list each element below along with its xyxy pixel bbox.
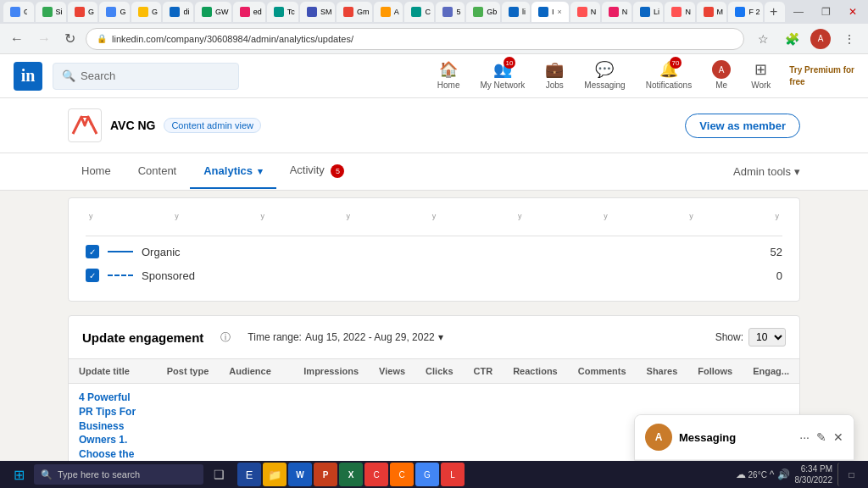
taskbar-clock: 6:34 PM 8/30/2022: [795, 463, 833, 485]
bookmark-icon[interactable]: ☆: [751, 27, 775, 51]
taskbar-explorer-icon[interactable]: 📁: [263, 463, 287, 486]
tab-gr1[interactable]: G: [68, 2, 98, 22]
minimize-button[interactable]: —: [787, 0, 810, 24]
nav-me[interactable]: A Me: [704, 54, 739, 98]
legend-organic-label: Organic: [142, 246, 181, 258]
nav-content-company[interactable]: Content: [125, 154, 191, 189]
company-logo: [68, 108, 102, 142]
nav-jobs[interactable]: 💼 Jobs: [537, 54, 572, 98]
nav-home-company[interactable]: Home: [68, 154, 125, 189]
taskbar-right-area: ☁ 26°C ^ 🔊 6:34 PM 8/30/2022 □: [736, 463, 861, 486]
taskbar-time-display: 6:34 PM: [795, 463, 833, 474]
chart-axis-label-6: y: [518, 212, 522, 229]
nav-me-label: Me: [715, 80, 727, 90]
tab-5[interactable]: 5: [436, 2, 465, 22]
show-control: Show: 10 25 50: [715, 328, 786, 347]
profile-avatar: A: [810, 29, 831, 49]
chart-axis-label-7: y: [604, 212, 608, 229]
taskbar-ppt-icon[interactable]: P: [314, 463, 337, 486]
chart-axis-label-5: y: [432, 212, 437, 229]
taskbar-edge-icon[interactable]: E: [237, 463, 261, 486]
nav-work[interactable]: ⊞ Work: [743, 54, 779, 98]
tab-am[interactable]: A: [374, 2, 403, 22]
chart-axis-label-8: y: [689, 212, 693, 229]
tab-g1[interactable]: G: [3, 2, 34, 22]
tab-in-active[interactable]: In×: [531, 2, 569, 22]
back-button[interactable]: ←: [7, 30, 27, 48]
show-select[interactable]: 10 25 50: [748, 328, 786, 347]
legend-sponsored-label: Sponsored: [142, 269, 195, 282]
linkedin-logo[interactable]: in: [14, 62, 42, 91]
tab-gm2[interactable]: M: [697, 2, 727, 22]
menu-icon[interactable]: ⋮: [837, 27, 861, 51]
tab-li1[interactable]: li: [502, 2, 530, 22]
nav-home-label: Home: [437, 80, 460, 90]
profile-icon[interactable]: A: [809, 27, 832, 51]
taskbar-app6-icon[interactable]: C: [390, 463, 414, 486]
nav-notifications-label: Notifications: [646, 80, 692, 90]
linkedin-nav: 🏠 Home 👥 10 My Network 💼 Jobs 💬 Messagin…: [429, 54, 854, 98]
tab-ig[interactable]: N: [602, 2, 632, 22]
refresh-button[interactable]: ↻: [61, 29, 79, 48]
tab-gd[interactable]: G: [131, 2, 162, 22]
checkbox-sponsored[interactable]: ✓: [86, 269, 99, 282]
taskbar-word-icon[interactable]: W: [288, 463, 312, 486]
tab-di[interactable]: di: [163, 2, 193, 22]
admin-tools-menu[interactable]: Admin tools ▾: [733, 165, 800, 178]
tab-gm[interactable]: Gm: [337, 2, 372, 22]
new-tab-button[interactable]: +: [765, 2, 785, 22]
address-bar[interactable]: 🔒 linkedin.com/company/30608984/admin/an…: [86, 28, 744, 50]
company-name: AVC NG: [110, 119, 155, 132]
tab-li2[interactable]: Li: [633, 2, 664, 22]
tab-gw[interactable]: GW: [195, 2, 231, 22]
tab-gb[interactable]: Gb: [466, 2, 500, 22]
engagement-info-icon[interactable]: ⓘ: [220, 330, 231, 345]
taskbar-chrome-icon[interactable]: G: [415, 463, 439, 486]
tab-gr2[interactable]: G: [99, 2, 130, 22]
restore-button[interactable]: ❐: [814, 0, 837, 24]
work-icon: ⊞: [754, 60, 767, 79]
nav-notifications[interactable]: 🔔 70 Notifications: [637, 54, 700, 98]
try-premium-link[interactable]: Try Premium for free: [789, 64, 854, 86]
time-range-value: Aug 15, 2022 - Aug 29, 2022: [305, 331, 435, 343]
forward-button[interactable]: →: [34, 30, 54, 48]
taskbar-search-box[interactable]: 🔍 Type here to search: [34, 464, 203, 485]
tab-tc[interactable]: Tc: [267, 2, 298, 22]
taskbar-app8-icon[interactable]: L: [441, 463, 465, 486]
taskbar-search-icon: 🔍: [41, 469, 53, 480]
linkedin-header: in 🔍 Search 🏠 Home 👥 10 My Network 💼 Job…: [0, 54, 868, 98]
task-view-button[interactable]: ❑: [207, 463, 231, 486]
extensions-icon[interactable]: 🧩: [780, 27, 804, 51]
nav-my-network[interactable]: 👥 10 My Network: [472, 54, 534, 98]
tab-fb[interactable]: F 2: [728, 2, 763, 22]
messaging-more-button[interactable]: ···: [799, 430, 810, 444]
tab-ctc[interactable]: C: [404, 2, 434, 22]
messaging-title: Messaging: [679, 431, 793, 444]
search-bar[interactable]: 🔍 Search: [53, 63, 239, 90]
company-info: AVC NG Content admin view: [68, 108, 261, 142]
tab-ed[interactable]: ed: [233, 2, 265, 22]
close-button[interactable]: ✕: [841, 0, 865, 24]
show-desktop-button[interactable]: □: [837, 463, 861, 486]
checkbox-organic[interactable]: ✓: [86, 245, 99, 258]
view-as-member-button[interactable]: View as member: [685, 114, 800, 138]
home-icon: 🏠: [439, 60, 458, 79]
tab-n2[interactable]: N: [665, 2, 694, 22]
taskbar-excel-icon[interactable]: X: [339, 463, 363, 486]
time-range-selector[interactable]: Time range: Aug 15, 2022 - Aug 29, 2022 …: [248, 331, 442, 343]
messaging-compose-button[interactable]: ✎: [816, 430, 826, 444]
nav-home[interactable]: 🏠 Home: [429, 54, 469, 98]
messaging-actions: ··· ✎ ✕: [799, 430, 843, 444]
messaging-close-button[interactable]: ✕: [833, 430, 843, 444]
nav-analytics-company[interactable]: Analytics ▾: [190, 154, 275, 189]
tab-si[interactable]: Si: [36, 2, 66, 22]
nav-messaging[interactable]: 💬 Messaging: [576, 54, 633, 98]
legend-line-dashed: [108, 274, 133, 276]
nav-activity-company[interactable]: Activity 5: [276, 153, 359, 190]
time-range-label: Time range:: [248, 331, 302, 343]
windows-start-button[interactable]: ⊞: [7, 463, 31, 486]
tab-n1[interactable]: N: [570, 2, 600, 22]
taskbar-app5-icon[interactable]: C: [364, 463, 388, 486]
update-title-link[interactable]: 4 Powerful PR Tips For Business Owners 1…: [79, 391, 147, 461]
tab-sm[interactable]: SM: [300, 2, 335, 22]
